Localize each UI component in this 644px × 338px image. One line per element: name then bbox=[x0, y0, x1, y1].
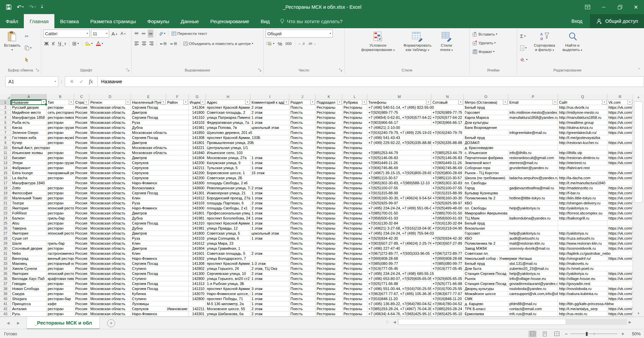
cell[interactable] bbox=[607, 251, 633, 256]
cell[interactable]: +7(916)218-04-90 bbox=[431, 226, 464, 231]
cell[interactable] bbox=[250, 130, 289, 135]
tab-data[interactable]: Данные bbox=[175, 14, 204, 28]
cell[interactable]: https://vk.com/ bbox=[607, 216, 633, 221]
font-name-combo[interactable]: Calibri▾ bbox=[43, 30, 90, 38]
cell[interactable] bbox=[250, 150, 289, 155]
cell[interactable]: +7(925)925-99-97 bbox=[367, 201, 431, 206]
cell[interactable]: Россия bbox=[74, 251, 89, 256]
cell[interactable]: +7(929)934-42-30 bbox=[367, 236, 431, 241]
cell[interactable]: https://vk.com/ bbox=[607, 311, 633, 317]
zoom-level[interactable]: 50% bbox=[629, 331, 641, 336]
cell[interactable]: Рестораны bbox=[316, 110, 342, 115]
cell[interactable]: Московская область bbox=[89, 311, 131, 317]
cell[interactable]: Поесть bbox=[289, 216, 316, 221]
cell[interactable] bbox=[508, 120, 558, 125]
cell[interactable]: Московская область bbox=[89, 236, 131, 241]
cell[interactable]: гастрономическ bbox=[47, 251, 74, 256]
row-header-43[interactable]: 43 bbox=[0, 311, 11, 317]
align-bottom-button[interactable] bbox=[148, 30, 153, 38]
cell[interactable]: Белый пруд bbox=[464, 261, 508, 266]
cell-styles-button[interactable]: Стилиячеек ▾ bbox=[438, 30, 455, 66]
cell[interactable]: 141310 bbox=[189, 221, 206, 226]
cell[interactable]: 1 этаж bbox=[250, 165, 289, 171]
cell[interactable]: http://balkongrill.ru bbox=[558, 216, 607, 221]
cell[interactable]: цокольный этаж bbox=[250, 125, 289, 130]
cell[interactable] bbox=[250, 241, 289, 246]
bold-button[interactable]: Ж bbox=[43, 40, 50, 48]
cell[interactable]: Можайское шоссе bbox=[464, 291, 508, 296]
cell[interactable]: Россия bbox=[74, 150, 89, 155]
cell[interactable]: Рестораны bbox=[342, 246, 367, 251]
cell[interactable]: Московская область bbox=[89, 125, 131, 130]
undo-button[interactable]: ↶▾ bbox=[17, 4, 24, 11]
cell[interactable]: 1-3 этаж bbox=[250, 261, 289, 266]
cell[interactable]: Серпухов bbox=[131, 176, 166, 181]
cell[interactable]: +7(925)146-06-83 bbox=[367, 155, 431, 160]
cell[interactable] bbox=[250, 176, 289, 181]
cell[interactable]: Дом культуры bbox=[464, 120, 508, 125]
cell[interactable]: Московская область bbox=[89, 256, 131, 261]
cell[interactable] bbox=[607, 165, 633, 171]
cell[interactable] bbox=[508, 251, 558, 256]
cell[interactable]: +7 (496) 227-47-40 bbox=[367, 246, 431, 251]
cell[interactable]: +7 (4967) 39-15-15, +7(926)800-28-69 bbox=[367, 171, 431, 176]
cell[interactable]: сеть ресторанов bbox=[47, 110, 74, 115]
cell[interactable]: Рестораны bbox=[316, 201, 342, 206]
cell[interactable]: Рестораны bbox=[316, 125, 342, 130]
cell[interactable]: Московская область bbox=[89, 216, 131, 221]
row-header-4[interactable]: 4 bbox=[0, 115, 11, 120]
cell[interactable]: ресторан bbox=[47, 246, 74, 251]
cell[interactable]: Московская область bbox=[131, 130, 166, 135]
cell[interactable]: http://v-hmeli-poeli.ru bbox=[558, 266, 607, 271]
cell[interactable]: Россия bbox=[74, 306, 89, 311]
cell[interactable]: Россия bbox=[74, 311, 89, 317]
cell[interactable]: Мидийное место bbox=[11, 110, 47, 115]
cell[interactable]: Московская область bbox=[89, 266, 131, 271]
cell[interactable] bbox=[508, 181, 558, 186]
cell[interactable]: Рыба есть bbox=[11, 120, 47, 125]
cell[interactable]: https://vk.com/ bbox=[607, 110, 633, 115]
cell[interactable]: Московская область bbox=[89, 155, 131, 160]
cell[interactable]: Московская область bbox=[89, 176, 131, 181]
cell[interactable]: ресторан bbox=[47, 306, 74, 311]
cell[interactable]: 141850 bbox=[189, 130, 206, 135]
cell[interactable] bbox=[558, 226, 607, 231]
cell[interactable]: Россия bbox=[74, 276, 89, 281]
cell[interactable]: Маленький Токио bbox=[11, 196, 47, 201]
cell[interactable] bbox=[508, 201, 558, 206]
cell[interactable]: https://vk.com/ bbox=[607, 201, 633, 206]
cell[interactable]: Рестораны bbox=[316, 291, 342, 296]
cell[interactable]: Рестораны bbox=[342, 115, 367, 120]
cell[interactable]: Рестораны bbox=[342, 311, 367, 317]
cell[interactable]: Центральная улица, 1/1 bbox=[206, 145, 250, 150]
cell[interactable]: 2 этаж bbox=[250, 206, 289, 211]
cell[interactable]: Таверна bbox=[11, 226, 47, 231]
cell[interactable]: Сакура bbox=[11, 291, 47, 296]
cell[interactable]: Руза bbox=[131, 201, 166, 206]
cell[interactable]: Россия bbox=[74, 231, 89, 236]
cell[interactable]: +7(916)130-32-84 bbox=[367, 221, 431, 226]
cell[interactable]: проспект Красной Армии, 1 bbox=[206, 261, 250, 266]
cell[interactable]: Вилладж Хаус Паб bbox=[11, 276, 47, 281]
cell[interactable]: 141601 bbox=[189, 251, 206, 256]
cell[interactable] bbox=[166, 115, 189, 120]
cell[interactable]: Наро-Фоминск bbox=[131, 181, 166, 186]
cell[interactable]: La dacha bbox=[11, 176, 47, 181]
cell[interactable]: Рестораны bbox=[316, 135, 342, 140]
cell[interactable]: +7 (49654) 0-62-81, +7(926)577-64-22 bbox=[367, 115, 431, 120]
cell[interactable]: 2 этаж bbox=[250, 201, 289, 206]
cell[interactable]: Говядин bbox=[11, 281, 47, 286]
cell[interactable]: площадь Партизан, 6 bbox=[206, 201, 250, 206]
cell[interactable]: https://vk.com/ bbox=[607, 155, 633, 160]
cell[interactable]: +7(925)499-48-00 bbox=[431, 206, 464, 211]
row-header-19[interactable]: 19 bbox=[0, 191, 11, 196]
cell[interactable]: pfdm88@mail.ru bbox=[508, 301, 558, 306]
cell[interactable]: Московская область bbox=[89, 115, 131, 120]
cell[interactable] bbox=[508, 221, 558, 226]
cell[interactable]: ресторанный ко bbox=[47, 261, 74, 266]
cell[interactable] bbox=[558, 145, 607, 150]
underline-button[interactable]: Ч ▾ bbox=[57, 40, 67, 48]
cell[interactable]: +7 (495) 136-89-22, +7(964)780-04-52 bbox=[367, 301, 431, 306]
cell[interactable]: Рестораны bbox=[316, 150, 342, 155]
cell[interactable]: Хмели Сунели bbox=[11, 266, 47, 271]
